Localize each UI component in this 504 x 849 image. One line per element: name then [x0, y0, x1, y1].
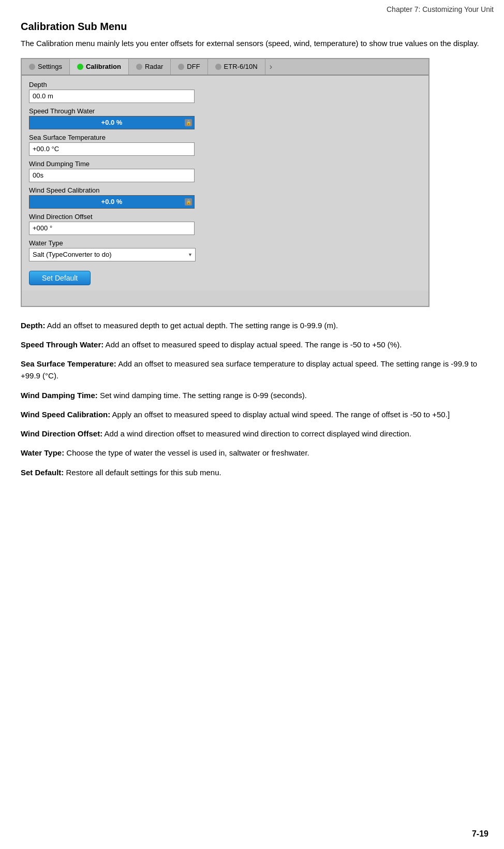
wind-damping-field-group: Wind Dumping Time [29, 160, 421, 182]
desc-depth-term: Depth: [21, 321, 46, 330]
speed-water-value: +0.0 % [101, 119, 123, 126]
sea-temp-field-group: Sea Surface Temperature [29, 134, 421, 156]
page-number: 7-19 [472, 829, 488, 839]
desc-wind-damping-term: Wind Damping Time: [21, 391, 98, 400]
tab-next-arrow[interactable]: › [265, 59, 276, 75]
desc-wind-direction-text: Add a wind direction offset to measured … [102, 429, 411, 438]
wind-direction-input[interactable] [29, 222, 195, 235]
desc-speed-water-text: Add an offset to measured speed to displ… [103, 340, 402, 349]
wind-speed-cal-label: Wind Speed Calibration [29, 186, 421, 194]
tab-radar-label: Radar [145, 63, 163, 70]
desc-set-default-term: Set Default: [21, 468, 64, 477]
desc-wind-direction: Wind Direction Offset: Add a wind direct… [21, 428, 483, 440]
desc-water-type-term: Water Type: [21, 448, 64, 457]
wind-damping-label: Wind Dumping Time [29, 160, 421, 168]
radar-tab-icon [136, 64, 142, 70]
form-panel: Depth Speed Through Water +0.0 % 🔒 Sea S… [22, 76, 428, 290]
depth-field-group: Depth [29, 81, 421, 103]
tab-settings[interactable]: Settings [22, 59, 70, 75]
speed-water-label: Speed Through Water [29, 107, 421, 115]
desc-wind-damping: Wind Damping Time: Set wind damping time… [21, 389, 483, 401]
wind-direction-field-group: Wind Direction Offset [29, 213, 421, 235]
desc-speed-water: Speed Through Water: Add an offset to me… [21, 339, 483, 350]
desc-wind-direction-term: Wind Direction Offset: [21, 429, 102, 438]
page-header: Chapter 7: Customizing Your Unit [0, 0, 504, 16]
water-type-select-wrapper: Salt (TypeConverter to do) Fresh [29, 248, 196, 261]
tab-radar[interactable]: Radar [129, 59, 171, 75]
desc-wind-damping-text: Set wind damping time. The setting range… [98, 391, 307, 400]
speed-water-slider[interactable]: +0.0 % 🔒 [29, 116, 195, 129]
wind-speed-cal-field-group: Wind Speed Calibration +0.0 % 🔒 [29, 186, 421, 209]
set-default-button[interactable]: Set Default [29, 271, 91, 285]
tab-calibration-label: Calibration [86, 63, 121, 70]
sea-temp-input[interactable] [29, 142, 195, 156]
desc-set-default-text: Restore all default settings for this su… [64, 468, 221, 477]
calibration-tab-icon [77, 64, 83, 70]
wind-speed-cal-value: +0.0 % [101, 198, 123, 206]
water-type-label: Water Type [29, 239, 421, 247]
speed-water-lock-icon: 🔒 [185, 119, 192, 126]
wind-direction-label: Wind Direction Offset [29, 213, 421, 221]
description-section: Depth: Add an offset to measured depth t… [21, 319, 483, 478]
main-content: Calibration Sub Menu The Calibration men… [0, 16, 504, 506]
desc-set-default: Set Default: Restore all default setting… [21, 466, 483, 478]
tab-dff[interactable]: DFF [171, 59, 207, 75]
depth-input[interactable] [29, 90, 195, 103]
speed-water-field-group: Speed Through Water +0.0 % 🔒 [29, 107, 421, 129]
wind-damping-input[interactable] [29, 169, 195, 182]
desc-depth: Depth: Add an offset to measured depth t… [21, 319, 483, 331]
desc-sea-temp-term: Sea Surface Temperature: [21, 359, 116, 368]
water-type-field-group: Water Type Salt (TypeConverter to do) Fr… [29, 239, 421, 261]
desc-speed-water-term: Speed Through Water: [21, 340, 103, 349]
desc-wind-speed-cal-term: Wind Speed Calibration: [21, 410, 110, 419]
wind-speed-cal-lock-icon: 🔒 [185, 198, 192, 206]
etr-tab-icon [215, 64, 221, 70]
desc-wind-speed-cal: Wind Speed Calibration: Apply an offset … [21, 408, 483, 420]
ui-screenshot: Settings Calibration Radar DFF ETR-6/10N… [21, 58, 429, 307]
chapter-reference: Chapter 7: Customizing Your Unit [387, 5, 494, 13]
desc-wind-speed-cal-text: Apply an offset to measured speed to dis… [110, 410, 450, 419]
water-type-select[interactable]: Salt (TypeConverter to do) Fresh [29, 248, 196, 261]
settings-tab-icon [29, 64, 35, 70]
intro-paragraph: The Calibration menu mainly lets you ent… [21, 38, 483, 50]
tab-bar: Settings Calibration Radar DFF ETR-6/10N… [22, 59, 428, 76]
depth-label: Depth [29, 81, 421, 89]
desc-depth-text: Add an offset to measured depth to get a… [46, 321, 338, 330]
tab-etr[interactable]: ETR-6/10N [208, 59, 265, 75]
sea-temp-label: Sea Surface Temperature [29, 134, 421, 141]
tab-calibration[interactable]: Calibration [70, 59, 129, 75]
desc-water-type: Water Type: Choose the type of water the… [21, 447, 483, 459]
tab-settings-label: Settings [38, 63, 62, 70]
tab-dff-label: DFF [187, 63, 200, 70]
wind-speed-cal-slider[interactable]: +0.0 % 🔒 [29, 195, 195, 209]
tab-etr-label: ETR-6/10N [224, 63, 258, 70]
desc-water-type-text: Choose the type of water the vessel is u… [64, 448, 309, 457]
dff-tab-icon [178, 64, 184, 70]
section-title: Calibration Sub Menu [21, 21, 483, 33]
desc-sea-temp: Sea Surface Temperature: Add an offset t… [21, 358, 483, 382]
